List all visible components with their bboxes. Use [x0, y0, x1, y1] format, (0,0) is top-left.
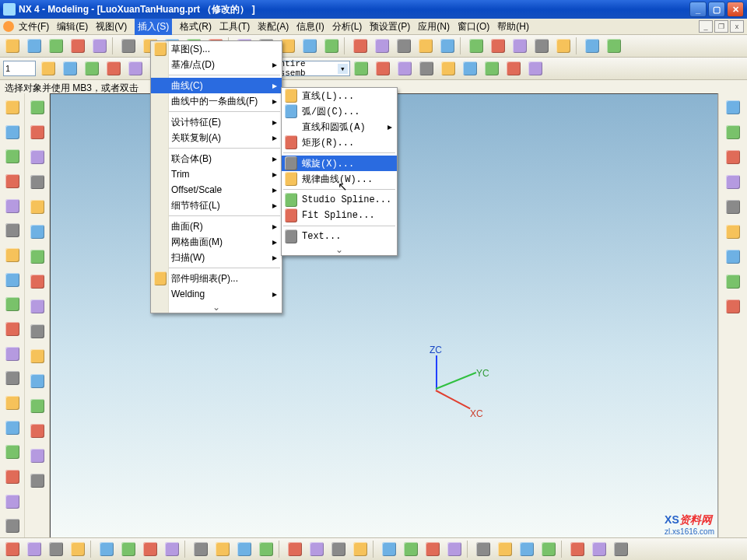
view-toolbar-button[interactable] [191, 539, 211, 559]
menu-item[interactable]: 文件(F) [19, 20, 49, 33]
menu-item[interactable]: 螺旋(X)... [282, 156, 397, 171]
toolbar-button[interactable] [118, 36, 139, 56]
feature-tool-button[interactable] [26, 420, 48, 442]
menu-item[interactable]: 曲面(R)▸ [151, 219, 282, 234]
menu-item[interactable]: 应用(N) [418, 20, 450, 33]
feature-tool-button[interactable] [26, 96, 48, 118]
curve-tool-button[interactable] [2, 145, 23, 167]
toolbar-button[interactable] [525, 58, 545, 79]
menu-item[interactable]: Studio Spline... [282, 192, 397, 208]
view-toolbar-button[interactable] [589, 539, 609, 559]
menu-item[interactable]: Welding▸ [151, 286, 282, 302]
filter-scope-dropdown[interactable]: Entire Assemb▾ [272, 61, 350, 76]
resource-bar-button[interactable] [722, 196, 744, 218]
view-toolbar-button[interactable] [118, 539, 139, 559]
resource-bar-button[interactable] [722, 96, 744, 118]
menu-item[interactable]: 直线(L)... [282, 88, 397, 103]
view-toolbar-button[interactable] [162, 539, 182, 559]
toolbar-button[interactable] [553, 36, 573, 56]
menu-item[interactable]: 设计特征(E)▸ [151, 114, 282, 130]
view-toolbar-button[interactable] [307, 539, 327, 559]
toolbar-button[interactable] [372, 36, 392, 56]
menu-item[interactable]: 直线和圆弧(A)▸ [282, 119, 397, 135]
maximize-button[interactable]: ▢ [708, 2, 725, 17]
feature-tool-button[interactable] [26, 196, 48, 218]
toolbar-button[interactable] [373, 58, 393, 79]
toolbar-button[interactable] [300, 36, 320, 56]
curve-tool-button[interactable] [2, 515, 23, 537]
menu-item[interactable]: 编辑(E) [57, 20, 88, 33]
menu-item[interactable]: Fit Spline... [282, 208, 397, 223]
curve-tool-button[interactable] [2, 244, 23, 266]
minimize-button[interactable]: _ [689, 2, 707, 17]
menu-item[interactable]: 曲线(C)▸ [151, 78, 282, 93]
toolbar-button[interactable] [503, 58, 524, 79]
feature-tool-button[interactable] [26, 445, 48, 467]
curve-tool-button[interactable] [2, 121, 23, 143]
view-toolbar-button[interactable] [2, 539, 23, 559]
menu-item[interactable]: 视图(V) [96, 20, 127, 33]
feature-tool-button[interactable] [26, 146, 48, 168]
view-toolbar-button[interactable] [68, 539, 88, 559]
curve-tool-button[interactable] [2, 491, 23, 513]
menu-item[interactable]: Offset/Scale▸ [151, 182, 282, 198]
menu-item[interactable]: 草图(S)... [151, 41, 282, 57]
menu-item[interactable]: 联合体(B)▸ [151, 151, 282, 166]
menu-overflow-chevron-icon[interactable]: ⌄ [151, 302, 282, 313]
view-toolbar-button[interactable] [517, 539, 537, 559]
curve-tool-button[interactable] [2, 96, 23, 118]
menu-item[interactable]: 矩形(R)... [282, 135, 397, 150]
toolbar-button[interactable] [351, 58, 371, 79]
resource-bar-button[interactable] [722, 121, 744, 143]
view-toolbar-button[interactable] [611, 539, 631, 559]
feature-tool-button[interactable] [26, 395, 48, 417]
toolbar-button[interactable] [321, 36, 342, 56]
curve-tool-button[interactable] [2, 441, 23, 463]
menu-item[interactable]: 规律曲线(W)... [282, 171, 397, 187]
view-toolbar-button[interactable] [140, 539, 160, 559]
feature-tool-button[interactable] [26, 320, 48, 342]
view-toolbar-button[interactable] [256, 539, 276, 559]
resource-bar-button[interactable] [722, 171, 744, 193]
toolbar-button[interactable] [38, 58, 58, 79]
resource-bar-button[interactable] [722, 221, 744, 243]
menu-item[interactable]: Text... [282, 229, 397, 244]
toolbar-button[interactable] [2, 36, 23, 56]
curve-tool-button[interactable] [2, 392, 23, 414]
curve-tool-button[interactable] [2, 318, 23, 340]
menu-item[interactable]: 插入(S) [135, 19, 172, 35]
close-button[interactable]: ✕ [727, 2, 744, 17]
view-toolbar-button[interactable] [285, 539, 305, 559]
toolbar-button[interactable] [60, 58, 80, 79]
curve-tool-button[interactable] [2, 417, 23, 439]
menu-item[interactable]: 网格曲面(M)▸ [151, 234, 282, 250]
toolbar-button[interactable] [89, 36, 110, 56]
mdi-restore-button[interactable]: ❐ [714, 20, 728, 33]
curve-tool-button[interactable] [2, 170, 23, 192]
toolbar-button[interactable] [466, 36, 486, 56]
toolbar-button[interactable] [103, 58, 124, 79]
mdi-close-button[interactable]: x [730, 20, 744, 33]
toolbar-button[interactable] [24, 36, 44, 56]
menu-item[interactable]: 弧/圆(C)... [282, 103, 397, 119]
toolbar-button[interactable] [488, 36, 508, 56]
feature-tool-button[interactable] [26, 370, 48, 392]
curve-tool-button[interactable] [2, 293, 23, 315]
view-toolbar-button[interactable] [473, 539, 493, 559]
feature-tool-button[interactable] [26, 121, 48, 143]
toolbar-button[interactable] [460, 58, 480, 79]
feature-tool-button[interactable] [26, 470, 48, 492]
resource-bar-button[interactable] [722, 146, 744, 168]
toolbar-button[interactable] [510, 36, 530, 56]
menu-item[interactable]: 装配(A) [258, 20, 289, 33]
menu-item[interactable]: 预设置(P) [370, 20, 410, 33]
curve-tool-button[interactable] [2, 269, 23, 291]
menu-item[interactable]: 扫描(W)▸ [151, 250, 282, 265]
toolbar-button[interactable] [482, 58, 502, 79]
curve-tool-button[interactable] [2, 367, 23, 389]
feature-tool-button[interactable] [26, 271, 48, 292]
view-toolbar-button[interactable] [401, 539, 421, 559]
feature-tool-button[interactable] [26, 345, 48, 367]
view-toolbar-button[interactable] [495, 539, 515, 559]
curve-tool-button[interactable] [2, 343, 23, 365]
